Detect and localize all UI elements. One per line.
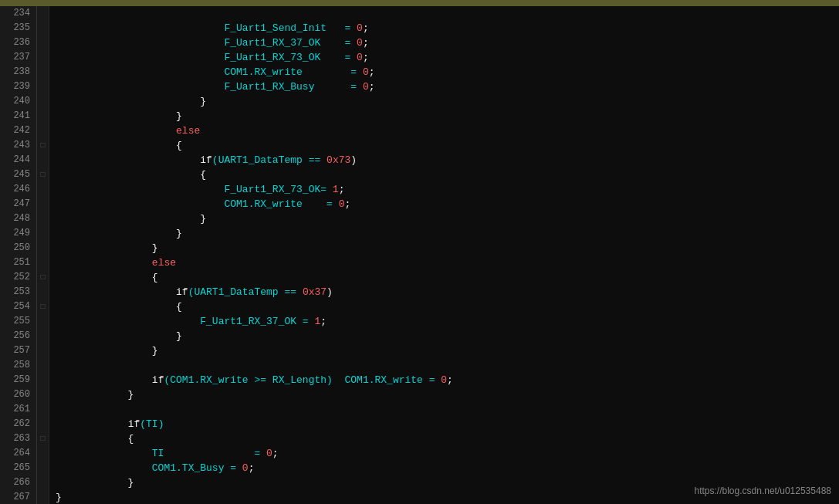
line-number: 250 [6,241,30,255]
code-line: { [56,138,839,153]
fold-marker [37,153,49,167]
top-bar [0,0,839,6]
fold-marker [37,329,49,343]
code-line: F_Uart1_Send_Init = 0; [56,21,839,36]
line-number: 236 [6,36,30,50]
line-number: 253 [6,285,30,299]
line-number: 241 [6,109,30,123]
code-line: F_Uart1_RX_37_OK = 1; [56,314,839,329]
line-number: 237 [6,50,30,65]
code-line: } [56,211,839,226]
fold-marker [37,417,49,431]
code-line: } [56,226,839,241]
fold-marker[interactable]: □ [37,138,49,153]
fold-marker[interactable]: □ [37,431,49,446]
fold-marker [37,211,49,226]
code-line: if(UART1_DataTemp == 0x37) [56,285,839,299]
code-area[interactable]: F_Uart1_Send_Init = 0; F_Uart1_RX_37_OK … [49,6,839,504]
fold-marker [37,197,49,211]
fold-marker [37,182,49,197]
line-number: 238 [6,65,30,79]
line-number: 261 [6,402,30,417]
line-number: 251 [6,255,30,270]
code-line: } [56,343,839,358]
line-number: 255 [6,314,30,329]
code-line: { [56,431,839,446]
fold-marker [37,36,49,50]
line-number: 266 [6,475,30,490]
line-number: 254 [6,299,30,314]
code-line [56,402,839,417]
line-number-gutter: 2342352362372382392402412422432442452462… [0,6,37,504]
line-number: 244 [6,153,30,167]
code-line: } [56,109,839,123]
fold-marker [37,358,49,373]
line-number: 246 [6,182,30,197]
fold-marker [37,123,49,138]
watermark: https://blog.csdn.net/u012535488 [695,485,831,496]
fold-marker [37,6,49,21]
line-number: 243 [6,138,30,153]
fold-marker [37,373,49,387]
code-line: TI = 0; [56,446,839,461]
fold-marker [37,226,49,241]
line-number: 264 [6,446,30,461]
fold-marker[interactable]: □ [37,270,49,285]
code-line: F_Uart1_RX_37_OK = 0; [56,36,839,50]
code-line: COM1.RX_write = 0; [56,197,839,211]
code-line: else [56,255,839,270]
line-number: 257 [6,343,30,358]
code-editor: 2342352362372382392402412422432442452462… [0,6,839,504]
code-line [56,358,839,373]
fold-marker [37,65,49,79]
line-number: 256 [6,329,30,343]
code-line: F_Uart1_RX_73_OK= 1; [56,182,839,197]
code-line: F_Uart1_RX_73_OK = 0; [56,50,839,65]
code-line: } [56,241,839,255]
code-line: } [56,387,839,402]
fold-marker [37,387,49,402]
fold-marker [37,79,49,94]
fold-marker [37,446,49,461]
code-line: } [56,329,839,343]
line-number: 247 [6,197,30,211]
fold-marker [37,255,49,270]
fold-marker[interactable]: □ [37,299,49,314]
code-line: else [56,123,839,138]
line-number: 242 [6,123,30,138]
line-number: 235 [6,21,30,36]
line-number: 262 [6,417,30,431]
line-number: 240 [6,94,30,109]
line-number: 267 [6,490,30,504]
code-line: if(TI) [56,417,839,431]
line-number: 260 [6,387,30,402]
line-number: 259 [6,373,30,387]
fold-marker[interactable]: □ [37,167,49,182]
code-line: { [56,167,839,182]
code-line: COM1.RX_write = 0; [56,65,839,79]
fold-marker [37,461,49,475]
fold-marker [37,94,49,109]
fold-marker [37,285,49,299]
code-line: F_Uart1_RX_Busy = 0; [56,79,839,94]
fold-marker [37,490,49,504]
code-line: COM1.TX_Busy = 0; [56,461,839,475]
line-number: 258 [6,358,30,373]
line-number: 248 [6,211,30,226]
line-number: 252 [6,270,30,285]
line-number: 249 [6,226,30,241]
code-line: if(COM1.RX_write >= RX_Length) COM1.RX_w… [56,373,839,387]
fold-marker [37,109,49,123]
line-number: 234 [6,6,30,21]
line-number: 245 [6,167,30,182]
line-number: 263 [6,431,30,446]
fold-marker [37,475,49,490]
fold-marker [37,314,49,329]
code-line: { [56,270,839,285]
code-line: { [56,299,839,314]
line-number: 239 [6,79,30,94]
code-line: if(UART1_DataTemp == 0x73) [56,153,839,167]
fold-marker [37,343,49,358]
fold-marker [37,50,49,65]
fold-marker [37,241,49,255]
